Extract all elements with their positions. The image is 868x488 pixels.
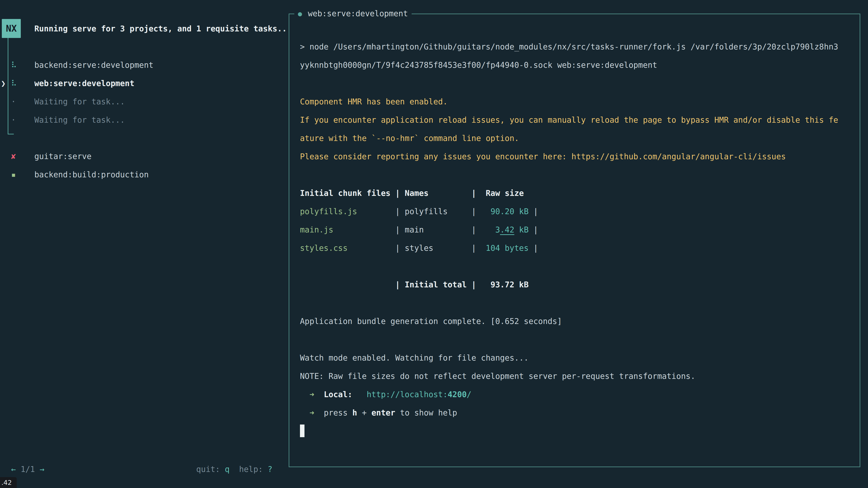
- text-segment: kB: [514, 225, 528, 234]
- terminal-cursor: [300, 424, 305, 437]
- text-segment: [481, 207, 491, 216]
- completed-task-list: ✘guitar:serve▪backend:build:production: [0, 147, 287, 184]
- keyboard-hints: quit: q help: ?: [196, 461, 272, 478]
- text-segment: polyfills.js: [300, 207, 357, 216]
- terminal-line: [300, 166, 854, 184]
- task-label: backend:build:production: [34, 170, 149, 179]
- task-label: backend:serve:development: [34, 61, 153, 70]
- text-segment: 104 bytes: [486, 243, 529, 253]
- pending-dot-icon: ·: [11, 111, 16, 129]
- text-segment: polyfills |: [405, 207, 481, 216]
- terminal-output: > node /Users/mhartington/Github/guitars…: [300, 38, 854, 440]
- task-label: guitar:serve: [34, 152, 92, 161]
- text-segment: Component HMR has been enabled.: [300, 97, 447, 106]
- task-label: web:serve:development: [34, 79, 134, 88]
- text-segment: [314, 390, 324, 399]
- selected-chevron-icon: ❯: [1, 74, 6, 93]
- text-segment: to show help: [395, 408, 457, 417]
- terminal-line: styles.css | styles | 104 bytes |: [300, 239, 854, 257]
- text-segment: yyknnbtgh0000gn/T/9f4c243785f8453e3f00/f…: [300, 61, 657, 70]
- terminal-line: Component HMR has been enabled.: [300, 93, 854, 111]
- text-segment: > node /Users/mhartington/Github/guitars…: [300, 42, 838, 51]
- terminal-line: Initial chunk files | Names | Raw size: [300, 184, 854, 202]
- text-segment: Application bundle generation complete. …: [300, 317, 562, 326]
- text-segment: |: [300, 280, 405, 289]
- help-key: ?: [268, 465, 272, 474]
- text-segment: [314, 408, 324, 417]
- terminal-line: Watch mode enabled. Watching for file ch…: [300, 349, 854, 367]
- text-segment: ature with the `--no-hmr` command line o…: [300, 134, 519, 143]
- text-segment: press: [324, 408, 352, 417]
- terminal-line: yyknnbtgh0000gn/T/9f4c243785f8453e3f00/f…: [300, 56, 854, 74]
- text-segment: Watch mode enabled. Watching for file ch…: [300, 353, 528, 362]
- terminal-line: ➜ Local: http://localhost:4200/: [300, 385, 854, 404]
- pending-dot-icon: ·: [11, 93, 16, 111]
- pager-prev-icon[interactable]: ←: [11, 465, 16, 474]
- failed-x-icon: ✘: [11, 147, 16, 166]
- quit-hint-label: quit:: [196, 465, 225, 474]
- text-segment: 90.20 kB: [491, 207, 529, 216]
- text-segment: h: [352, 408, 357, 417]
- text-segment: enter: [371, 408, 395, 417]
- running-bullet-icon: ●: [298, 10, 302, 18]
- text-segment: |: [528, 207, 538, 216]
- text-segment: [300, 408, 309, 417]
- local-url-port[interactable]: 4200: [447, 390, 467, 399]
- text-segment: .42: [500, 225, 514, 234]
- status-overlay: .42: [0, 477, 17, 488]
- terminal-line: NOTE: Raw file sizes do not reflect deve…: [300, 367, 854, 385]
- terminal-line: [300, 330, 854, 349]
- success-square-icon: ▪: [11, 166, 16, 184]
- task-row[interactable]: ✘guitar:serve: [0, 147, 287, 166]
- run-summary-title: Running serve for 3 projects, and 1 requ…: [34, 24, 287, 34]
- nx-logo: NX: [2, 19, 21, 38]
- quit-key: q: [225, 465, 229, 474]
- text-segment: main.js: [300, 225, 333, 234]
- terminal-line: Application bundle generation complete. …: [300, 312, 854, 330]
- text-segment: Initial total: [405, 280, 467, 289]
- text-segment: main |: [405, 225, 481, 234]
- text-segment: styles |: [405, 243, 481, 253]
- text-segment: |: [528, 243, 538, 253]
- pager-page-indicator: 1/1: [16, 465, 39, 474]
- text-segment: [481, 225, 495, 234]
- text-segment[interactable]: /: [467, 390, 471, 399]
- terminal-line: > node /Users/mhartington/Github/guitars…: [300, 38, 854, 56]
- task-row[interactable]: ⠧backend:serve:development: [0, 56, 287, 74]
- task-label: Waiting for task...: [34, 116, 125, 125]
- help-hint-label: help:: [239, 465, 268, 474]
- text-segment: [300, 390, 309, 399]
- pager: ← 1/1 →: [11, 461, 44, 478]
- text-segment: +: [357, 408, 371, 417]
- terminal-line: [300, 257, 854, 275]
- arrow-icon: ➜: [309, 390, 314, 399]
- terminal-line: If you encounter application reload issu…: [300, 111, 854, 129]
- text-segment: |: [528, 225, 538, 234]
- text-segment: Please consider reporting any issues you…: [300, 152, 786, 161]
- text-segment: |: [357, 207, 405, 216]
- task-list: ⠧backend:serve:development❯⠧web:serve:de…: [0, 56, 287, 129]
- terminal-line: Please consider reporting any issues you…: [300, 148, 854, 166]
- text-segment: 3: [495, 225, 500, 234]
- terminal-line: [300, 294, 854, 312]
- text-segment: |: [467, 280, 481, 289]
- terminal-line: | Initial total | 93.72 kB: [300, 275, 854, 294]
- panel-title: ● web:serve:development: [294, 6, 412, 21]
- text-segment: Local:: [324, 390, 352, 399]
- text-segment: If you encounter application reload issu…: [300, 116, 838, 125]
- spinner-icon: ⠧: [11, 56, 17, 74]
- task-row[interactable]: ·Waiting for task...: [0, 93, 287, 111]
- text-segment: |: [348, 243, 405, 253]
- panel-title-text: web:serve:development: [308, 9, 408, 18]
- task-row[interactable]: ·Waiting for task...: [0, 111, 287, 129]
- task-row[interactable]: ▪backend:build:production: [0, 166, 287, 184]
- task-row[interactable]: ❯⠧web:serve:development: [0, 74, 287, 93]
- task-label: Waiting for task...: [34, 97, 125, 106]
- terminal-line: ature with the `--no-hmr` command line o…: [300, 129, 854, 148]
- text-segment: |: [333, 225, 405, 234]
- local-url-link[interactable]: http://localhost:: [367, 390, 447, 399]
- pager-next-icon[interactable]: →: [39, 465, 44, 474]
- text-segment: [481, 243, 486, 253]
- terminal-line: [300, 74, 854, 93]
- spinner-icon: ⠧: [11, 74, 17, 93]
